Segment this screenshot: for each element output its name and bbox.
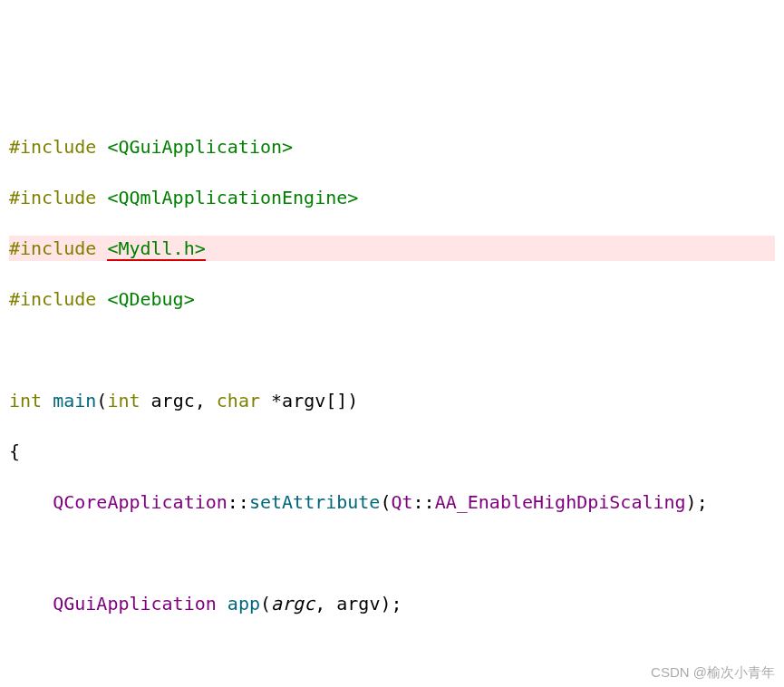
code-line: int main(int argc, char *argv[]) <box>9 388 775 413</box>
code-line: { <box>9 439 775 464</box>
enum-aa: AA_EnableHighDpiScaling <box>435 491 686 513</box>
type-qcoreapplication: QCoreApplication <box>53 491 227 513</box>
header-mydll: <Mydll.h> <box>107 237 205 261</box>
code-line: #include <QQmlApplicationEngine> <box>9 185 775 210</box>
code-line: #include <Mydll.h> <box>9 236 775 261</box>
var-app: app <box>227 593 260 614</box>
code-line: #include <QDebug> <box>9 286 775 312</box>
header-qdebug: <QDebug> <box>107 288 194 310</box>
preproc-include: #include <box>9 187 96 208</box>
header-qguiapplication: <QGuiApplication> <box>107 136 293 158</box>
code-line: QGuiApplication app(argc, argv); <box>9 591 775 616</box>
fn-setattribute: setAttribute <box>249 491 381 513</box>
preproc-include: #include <box>9 237 96 259</box>
code-line <box>9 540 775 566</box>
code-line: #include <QGuiApplication> <box>9 134 775 160</box>
type-qguiapplication: QGuiApplication <box>53 593 217 614</box>
watermark: CSDN @榆次小青年 <box>651 663 775 682</box>
preproc-include: #include <box>9 288 96 310</box>
code-editor[interactable]: #include <QGuiApplication> #include <QQm… <box>9 109 775 687</box>
code-line: QCoreApplication::setAttribute(Qt::AA_En… <box>9 489 775 515</box>
kw-int: int <box>107 390 140 411</box>
preproc-include: #include <box>9 136 96 158</box>
kw-int: int <box>9 390 42 411</box>
header-qqmlapplicationengine: <QQmlApplicationEngine> <box>107 187 358 208</box>
fn-main: main <box>53 390 96 411</box>
code-line <box>9 337 775 363</box>
kw-char: char <box>217 390 260 411</box>
